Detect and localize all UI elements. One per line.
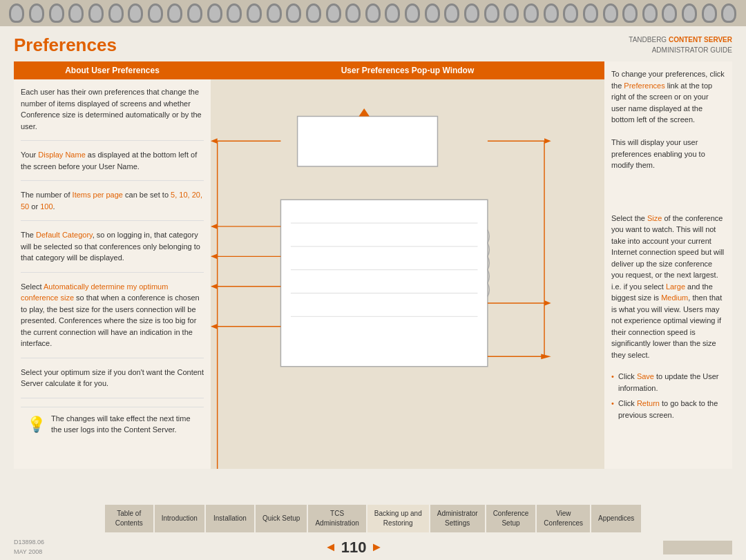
spiral-ring: [583, 3, 598, 23]
spiral-ring: [207, 3, 222, 23]
intro-section: Each user has their own preferences that…: [21, 86, 204, 141]
tip-text: The changes will take effect the next ti…: [51, 413, 198, 436]
display-name-text: Your Display Name as displayed at the bo…: [21, 151, 197, 171]
spiral-ring: [108, 3, 124, 23]
size-highlight: Size: [647, 214, 662, 222]
large-highlight: Large: [666, 282, 685, 291]
optimum-section: Select your optimum size if you don't wa…: [21, 367, 204, 398]
arrowhead-5: [211, 324, 218, 329]
spiral-binding: [0, 0, 746, 26]
content-area: About User Preferences Each user has the…: [14, 61, 732, 469]
right-panel: To change your preferences, click the Pr…: [604, 61, 732, 469]
nav-administrator-settings[interactable]: AdministratorSettings: [430, 505, 485, 532]
default-category-highlight: Default Category: [36, 231, 93, 239]
spiral-ring: [187, 3, 202, 23]
middle-panel: User Preferences Pop-up Window: [211, 61, 604, 469]
brand-text: TANDBERG CONTENT SERVER ADMINISTRATOR GU…: [629, 35, 732, 55]
next-page-button[interactable]: ►: [370, 540, 383, 554]
spiral-ring: [504, 3, 519, 23]
spiral-ring: [167, 3, 182, 23]
display-name-highlight: Display Name: [38, 151, 85, 159]
tip-box: 💡 The changes will take effect the next …: [21, 407, 204, 441]
arrowhead-4: [211, 284, 218, 289]
spiral-ring: [682, 3, 697, 23]
arrowhead-2: [211, 224, 218, 229]
r-arrowhead-1: [544, 138, 551, 144]
brand-guide: ADMINISTRATOR GUIDE: [652, 46, 732, 54]
nav-backing-up[interactable]: Backing up andRestoring: [367, 505, 429, 532]
bullet-return: Click Return to go back to the previous …: [611, 398, 725, 421]
spiral-ring: [544, 3, 559, 23]
page-number: 110: [341, 539, 367, 557]
save-highlight: Save: [637, 372, 654, 380]
arrowhead-3: [211, 253, 218, 259]
brand-product: CONTENT SERVER: [669, 36, 732, 44]
spiral-ring: [227, 3, 242, 23]
spiral-ring: [247, 3, 262, 23]
spiral-ring: [88, 3, 104, 23]
spiral-ring: [29, 3, 44, 23]
spiral-ring: [563, 3, 578, 23]
brand-tandberg: TANDBERG: [629, 36, 667, 44]
doc-date: MAY 2008: [14, 548, 44, 557]
spiral-ring: [484, 3, 499, 23]
main-popup-rect: [280, 200, 487, 367]
spiral-ring: [49, 3, 64, 23]
spiral-ring: [128, 3, 143, 23]
spiral-ring: [524, 3, 539, 23]
right-text-2: This will display your user preferences …: [611, 137, 725, 171]
diagram-svg: [211, 79, 604, 469]
spiral-ring: [405, 3, 420, 23]
spiral-ring: [603, 3, 618, 23]
tip-icon: 💡: [26, 413, 46, 436]
page-title: Preferences: [14, 35, 117, 56]
spiral-ring: [345, 3, 361, 23]
diagram-area: [211, 79, 604, 469]
right-section-3: Click Save to update the User informatio…: [611, 371, 725, 421]
spiral-ring: [9, 3, 24, 23]
doc-id: D13898.06: [14, 538, 44, 548]
r-arrowhead-3: [541, 354, 551, 359]
auto-conf-highlight: Automatically determine my optimum confe…: [21, 282, 168, 302]
spiral-ring: [642, 3, 658, 23]
items-per-page-section: The number of Items per page can be set …: [21, 189, 204, 221]
items-highlight: Items per page: [73, 191, 123, 199]
right-text-1: To change your preferences, click the Pr…: [611, 68, 725, 126]
preferences-link-highlight: Preferences: [624, 81, 664, 90]
prev-page-button[interactable]: ◄: [325, 540, 337, 554]
spiral-ring: [148, 3, 163, 23]
bottom-nav: Table ofContents Introduction Installati…: [0, 505, 746, 532]
bullet-save: Click Save to update the User informatio…: [611, 371, 725, 394]
brand-name: TANDBERG CONTENT SERVER: [629, 36, 732, 44]
nav-tcs-administration[interactable]: TCSAdministration: [308, 505, 365, 532]
optimum-text: Select your optimum size if you don't wa…: [21, 368, 204, 388]
top-popup-rect: [298, 116, 438, 166]
spiral-ring: [286, 3, 301, 23]
spiral-ring: [464, 3, 479, 23]
spiral-ring: [702, 3, 717, 23]
intro-text: Each user has their own preferences that…: [21, 88, 202, 131]
page-footer: D13898.06 MAY 2008 ◄ 110 ►: [14, 538, 732, 557]
left-panel-body: Each user has their own preferences that…: [14, 79, 211, 469]
nav-conference-setup[interactable]: ConferenceSetup: [486, 505, 536, 532]
nav-installation[interactable]: Installation: [206, 505, 254, 532]
nav-appendices[interactable]: Appendices: [591, 505, 641, 532]
page-number-area: ◄ 110 ►: [325, 539, 383, 557]
nav-introduction[interactable]: Introduction: [155, 505, 204, 532]
arrowhead-1: [211, 138, 218, 144]
spiral-ring: [425, 3, 440, 23]
main-container: Preferences TANDBERG CONTENT SERVER ADMI…: [0, 26, 746, 469]
nav-view-conferences[interactable]: ViewConferences: [537, 505, 590, 532]
spiral-ring: [326, 3, 341, 23]
default-category-text: The Default Category, so on logging in, …: [21, 231, 200, 262]
right-text-3: Select the Size of the conference you wa…: [611, 213, 725, 361]
spiral-ring: [385, 3, 400, 23]
spiral-ring: [68, 3, 84, 23]
dropdown-arrow: [358, 108, 369, 117]
page-header: Preferences TANDBERG CONTENT SERVER ADMI…: [14, 26, 732, 61]
nav-quick-setup[interactable]: Quick Setup: [256, 505, 307, 532]
middle-panel-header: User Preferences Pop-up Window: [211, 61, 604, 79]
nav-table-of-contents[interactable]: Table ofContents: [105, 505, 153, 532]
hundred-highlight: 100: [40, 202, 52, 211]
spiral-ring: [662, 3, 677, 23]
